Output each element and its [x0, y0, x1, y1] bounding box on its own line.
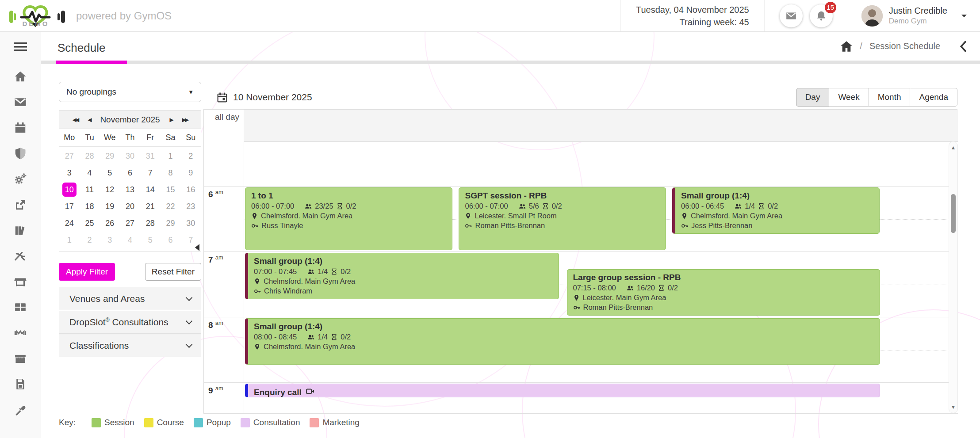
mini-calendar-day[interactable]: 1	[59, 232, 80, 248]
mini-calendar-day[interactable]: 16	[180, 181, 201, 198]
event-consultation[interactable]: Enquiry call	[245, 384, 880, 397]
mini-calendar-day[interactable]: 18	[80, 198, 100, 215]
chevron-down-icon[interactable]	[960, 11, 969, 20]
sidebar-item-venue[interactable]	[0, 269, 41, 294]
event-trainer: Chris Windram	[254, 287, 553, 295]
event-session[interactable]: 1 to 106:00 - 07:0023/250/2Chelmsford. M…	[245, 187, 452, 250]
user-menu[interactable]: Justin Credible Demo Gym	[848, 0, 980, 31]
mini-calendar-day[interactable]: 4	[80, 164, 100, 181]
calendar-scrollbar[interactable]: ▲ ▼	[949, 141, 958, 413]
person-icon	[861, 5, 883, 27]
mini-calendar-day[interactable]: 19	[100, 198, 120, 215]
sidebar-item-home[interactable]	[0, 64, 41, 89]
all-day-slot[interactable]	[244, 110, 958, 141]
menu-toggle-button[interactable]	[0, 32, 41, 64]
legend-label: Consultation	[253, 418, 300, 427]
sidebar-item-library[interactable]	[0, 217, 41, 243]
view-button-day[interactable]: Day	[796, 88, 830, 107]
mini-calendar-day[interactable]: 14	[140, 181, 161, 198]
next-year-button[interactable]: ▶▶	[182, 117, 188, 123]
filter-section-venues-and-areas[interactable]: Venues and Areas	[59, 287, 201, 310]
sidebar-item-gym-logo[interactable]	[0, 320, 41, 346]
mini-calendar-day[interactable]: 5	[140, 232, 161, 248]
view-button-agenda[interactable]: Agenda	[910, 88, 957, 107]
collapse-panel-handle[interactable]	[195, 244, 199, 251]
sidebar-item-file[interactable]	[0, 371, 41, 397]
sidebar-item-mail[interactable]	[0, 89, 41, 115]
event-session[interactable]: Small group (1:4)06:00 - 06:451/40/2Chel…	[672, 187, 880, 234]
sidebar-item-grid[interactable]	[0, 294, 41, 320]
scroll-up-icon[interactable]: ▲	[949, 145, 957, 151]
sidebar-item-classes[interactable]	[0, 243, 41, 269]
mini-calendar: ◀◀ ◀ November 2025 ▶ ▶▶ MoTuWeThFrSaSu 2…	[59, 110, 201, 251]
mini-calendar-day[interactable]: 30	[180, 215, 201, 232]
mini-calendar-day[interactable]: 28	[140, 215, 161, 232]
mini-calendar-day[interactable]: 20	[120, 198, 140, 215]
mini-calendar-day[interactable]: 3	[59, 164, 80, 181]
event-session[interactable]: Small group (1:4)07:00 - 07:451/40/2Chel…	[245, 253, 559, 299]
mini-calendar-day[interactable]: 6	[120, 164, 140, 181]
mini-calendar-day[interactable]: 29	[161, 215, 181, 232]
all-day-row[interactable]: all day	[204, 110, 958, 142]
filter-section-dropslot[interactable]: DropSlot® Consultations	[59, 311, 201, 334]
home-icon[interactable]	[840, 41, 853, 52]
mini-calendar-day[interactable]: 4	[120, 232, 140, 248]
apply-filter-button[interactable]: Apply Filter	[59, 263, 115, 281]
mini-calendar-day[interactable]: 30	[120, 148, 140, 164]
tools-icon	[14, 403, 27, 416]
app-logo[interactable]: DEMO powered by GymOS	[8, 3, 172, 29]
mini-calendar-day[interactable]: 12	[100, 181, 120, 198]
tab-schedule[interactable]: Schedule	[57, 32, 105, 64]
sidebar-item-cogs[interactable]	[0, 166, 41, 192]
mini-calendar-day[interactable]: 28	[80, 148, 100, 164]
venue-icon	[14, 275, 27, 288]
view-button-week[interactable]: Week	[829, 88, 869, 107]
sidebar-item-calendar[interactable]	[0, 115, 41, 141]
groupings-select[interactable]: No groupings ▼	[59, 82, 201, 102]
messages-button[interactable]	[780, 4, 803, 27]
next-month-button[interactable]: ▶	[170, 117, 172, 123]
filter-section-classifications[interactable]: Classifications	[59, 334, 201, 357]
scrollbar-thumb[interactable]	[951, 194, 956, 233]
sidebar-item-tools[interactable]	[0, 397, 41, 423]
prev-year-button[interactable]: ◀◀	[73, 117, 78, 123]
event-session[interactable]: Small group (1:4)08:00 - 08:451/40/2Chel…	[245, 318, 880, 365]
mini-calendar-day[interactable]: 22	[161, 198, 181, 215]
mini-calendar-day[interactable]: 3	[100, 232, 120, 248]
mini-calendar-day[interactable]: 27	[120, 215, 140, 232]
mini-calendar-day[interactable]: 7	[140, 164, 161, 181]
mini-calendar-day[interactable]: 29	[100, 148, 120, 164]
prev-month-button[interactable]: ◀	[88, 117, 90, 123]
mini-calendar-day[interactable]: 5	[100, 164, 120, 181]
mini-calendar-day[interactable]: 17	[59, 198, 80, 215]
mini-calendar-day[interactable]: 1	[161, 148, 181, 164]
sidebar-item-shield[interactable]	[0, 141, 41, 166]
mini-calendar-day[interactable]: 9	[180, 164, 201, 181]
mini-calendar-day[interactable]: 24	[59, 215, 80, 232]
sidebar-item-share[interactable]	[0, 192, 41, 217]
mini-calendar-day[interactable]: 8	[161, 164, 181, 181]
sidebar-item-shop[interactable]	[0, 346, 41, 371]
notifications-button[interactable]: 15	[810, 4, 833, 27]
mini-calendar-day[interactable]: 21	[140, 198, 161, 215]
event-capacity: 16/20	[637, 284, 655, 292]
mini-calendar-day[interactable]: 2	[180, 148, 201, 164]
mini-calendar-day[interactable]: 31	[140, 148, 161, 164]
mini-calendar-day[interactable]: 15	[161, 181, 181, 198]
mini-calendar-day[interactable]: 25	[80, 215, 100, 232]
event-session[interactable]: SGPT session - RPB06:00 - 07:005/60/2Lei…	[459, 187, 666, 250]
mini-calendar-day[interactable]: 27	[59, 148, 80, 164]
mini-calendar-day-selected[interactable]: 10	[59, 181, 80, 198]
event-waitlist: 0/2	[552, 202, 562, 210]
reset-filter-button[interactable]: Reset Filter	[145, 263, 201, 281]
collapse-breadcrumb-button[interactable]	[960, 41, 967, 52]
mini-calendar-day[interactable]: 26	[100, 215, 120, 232]
mini-calendar-day[interactable]: 11	[80, 181, 100, 198]
mini-calendar-day[interactable]: 23	[180, 198, 201, 215]
scroll-down-icon[interactable]: ▼	[949, 404, 957, 410]
event-session[interactable]: Large group session - RPB07:15 - 08:0016…	[567, 269, 880, 316]
mini-calendar-day[interactable]: 6	[161, 232, 181, 248]
mini-calendar-day[interactable]: 13	[120, 181, 140, 198]
mini-calendar-day[interactable]: 2	[80, 232, 100, 248]
view-button-month[interactable]: Month	[869, 88, 911, 107]
